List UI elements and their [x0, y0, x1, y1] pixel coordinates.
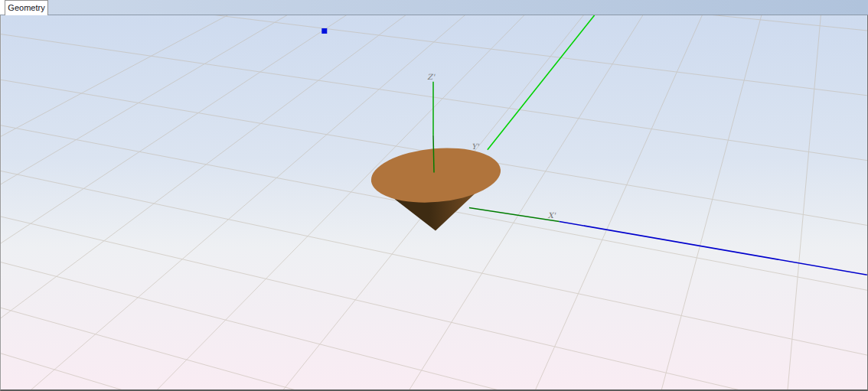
scene-canvas: Z' Y' X' — [1, 15, 867, 389]
tab-geometry[interactable]: Geometry — [5, 0, 48, 15]
x-axis-label: X' — [548, 211, 556, 220]
tab-geometry-label: Geometry — [8, 4, 44, 12]
tab-strip-background — [48, 0, 868, 15]
viewport-3d[interactable]: Z' Y' X' — [0, 15, 868, 391]
tab-bar: Geometry — [0, 0, 868, 15]
z-axis-label: Z' — [427, 73, 436, 81]
z-axis-line-lower[interactable] — [433, 135, 434, 173]
y-axis-label: Y' — [472, 142, 480, 151]
vertex-point-marker[interactable] — [321, 28, 327, 34]
